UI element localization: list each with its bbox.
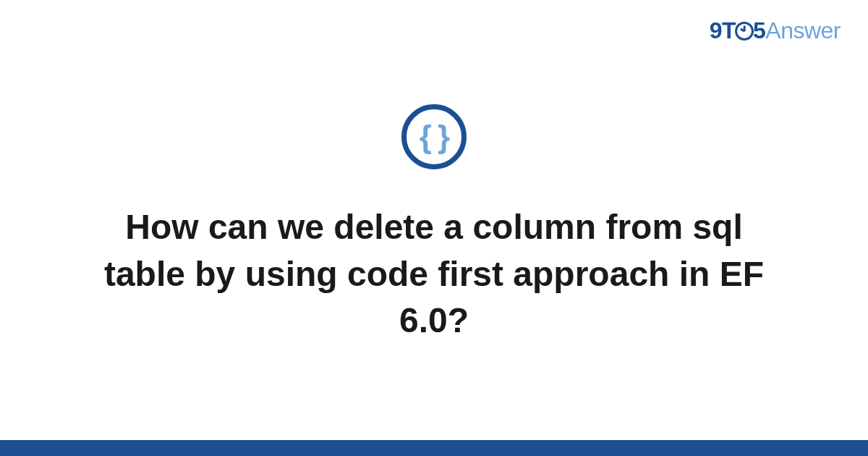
- main-content: { } How can we delete a column from sql …: [0, 0, 868, 456]
- code-braces-icon: { }: [420, 121, 448, 153]
- category-icon-circle: { }: [401, 104, 467, 169]
- footer-bar: [0, 440, 868, 456]
- question-title: How can we delete a column from sql tabl…: [90, 204, 778, 345]
